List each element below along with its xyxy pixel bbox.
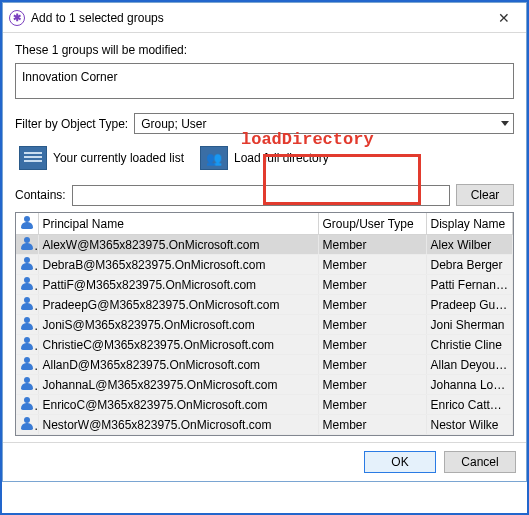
column-group-user-type[interactable]: Group/User Type bbox=[318, 213, 426, 235]
contains-input[interactable] bbox=[72, 185, 450, 206]
user-icon bbox=[20, 296, 34, 310]
type-cell: Member bbox=[318, 415, 426, 435]
principal-name-cell: AllanD@M365x823975.OnMicrosoft.com bbox=[38, 355, 318, 375]
principal-name-cell: IsaiahL@M365x823975.OnMicrosoft.com bbox=[38, 435, 318, 436]
type-cell: Member bbox=[318, 315, 426, 335]
table-row[interactable]: PradeepG@M365x823975.OnMicrosoft.comMemb… bbox=[16, 295, 513, 315]
table-row[interactable]: JoniS@M365x823975.OnMicrosoft.comMemberJ… bbox=[16, 315, 513, 335]
table-row[interactable]: JohannaL@M365x823975.OnMicrosoft.comMemb… bbox=[16, 375, 513, 395]
load-full-directory-button[interactable]: 👥 Load full directory bbox=[196, 144, 333, 172]
list-icon bbox=[19, 146, 47, 170]
dialog-footer: OK Cancel bbox=[3, 442, 526, 481]
display-name-cell: Christie Cline bbox=[426, 335, 513, 355]
principal-name-cell: JoniS@M365x823975.OnMicrosoft.com bbox=[38, 315, 318, 335]
row-icon-cell bbox=[16, 435, 38, 436]
table-row[interactable]: EnricoC@M365x823975.OnMicrosoft.comMembe… bbox=[16, 395, 513, 415]
titlebar: ✱ Add to 1 selected groups ✕ bbox=[3, 3, 526, 33]
display-name-cell: Enrico Cattaneo bbox=[426, 395, 513, 415]
principal-name-cell: NestorW@M365x823975.OnMicrosoft.com bbox=[38, 415, 318, 435]
user-icon bbox=[20, 316, 34, 330]
row-icon-cell bbox=[16, 235, 38, 255]
directory-icon: 👥 bbox=[200, 146, 228, 170]
user-icon bbox=[20, 256, 34, 270]
results-scroll[interactable]: Principal Name Group/User Type Display N… bbox=[16, 213, 513, 435]
modified-label: These 1 groups will be modified: bbox=[15, 43, 514, 57]
principal-name-cell: DebraB@M365x823975.OnMicrosoft.com bbox=[38, 255, 318, 275]
row-icon-cell bbox=[16, 315, 38, 335]
filter-object-type-dropdown[interactable]: Group; User bbox=[134, 113, 514, 134]
row-icon-cell bbox=[16, 355, 38, 375]
currently-loaded-label: Your currently loaded list bbox=[53, 151, 184, 165]
column-icon[interactable] bbox=[16, 213, 38, 235]
display-name-cell: Joni Sherman bbox=[426, 315, 513, 335]
row-icon-cell bbox=[16, 415, 38, 435]
user-icon bbox=[20, 336, 34, 350]
display-name-cell: Allan Deyoung bbox=[426, 355, 513, 375]
close-button[interactable]: ✕ bbox=[481, 3, 526, 32]
user-icon bbox=[20, 396, 34, 410]
display-name-cell: Isaiah Langer bbox=[426, 435, 513, 436]
principal-name-cell: JohannaL@M365x823975.OnMicrosoft.com bbox=[38, 375, 318, 395]
display-name-cell: Nestor Wilke bbox=[426, 415, 513, 435]
display-name-cell: Patti Fernandez bbox=[426, 275, 513, 295]
type-cell: Member bbox=[318, 395, 426, 415]
window-title: Add to 1 selected groups bbox=[31, 11, 481, 25]
type-cell: Member bbox=[318, 295, 426, 315]
ok-button[interactable]: OK bbox=[364, 451, 436, 473]
row-icon-cell bbox=[16, 335, 38, 355]
row-icon-cell bbox=[16, 295, 38, 315]
dialog-window: ✱ Add to 1 selected groups ✕ These 1 gro… bbox=[2, 2, 527, 482]
column-display-name[interactable]: Display Name bbox=[426, 213, 513, 235]
load-full-directory-label: Load full directory bbox=[234, 151, 329, 165]
type-cell: Member bbox=[318, 235, 426, 255]
app-icon: ✱ bbox=[9, 10, 25, 26]
type-cell: Member bbox=[318, 435, 426, 436]
principal-name-cell: PradeepG@M365x823975.OnMicrosoft.com bbox=[38, 295, 318, 315]
groups-list-item[interactable]: Innovation Corner bbox=[22, 70, 507, 84]
display-name-cell: Johanna Lorenz bbox=[426, 375, 513, 395]
row-icon-cell bbox=[16, 375, 38, 395]
table-row[interactable]: DebraB@M365x823975.OnMicrosoft.comMember… bbox=[16, 255, 513, 275]
principal-name-cell: PattiF@M365x823975.OnMicrosoft.com bbox=[38, 275, 318, 295]
contains-label: Contains: bbox=[15, 188, 66, 202]
principal-name-cell: EnricoC@M365x823975.OnMicrosoft.com bbox=[38, 395, 318, 415]
row-icon-cell bbox=[16, 255, 38, 275]
user-icon bbox=[20, 356, 34, 370]
filter-label: Filter by Object Type: bbox=[15, 117, 128, 131]
table-row[interactable]: NestorW@M365x823975.OnMicrosoft.comMembe… bbox=[16, 415, 513, 435]
table-row[interactable]: PattiF@M365x823975.OnMicrosoft.comMember… bbox=[16, 275, 513, 295]
row-icon-cell bbox=[16, 395, 38, 415]
cancel-button[interactable]: Cancel bbox=[444, 451, 516, 473]
type-cell: Member bbox=[318, 375, 426, 395]
table-row[interactable]: AllanD@M365x823975.OnMicrosoft.comMember… bbox=[16, 355, 513, 375]
type-cell: Member bbox=[318, 355, 426, 375]
display-name-cell: Debra Berger bbox=[426, 255, 513, 275]
display-name-cell: Pradeep Gupta bbox=[426, 295, 513, 315]
user-icon bbox=[20, 215, 34, 229]
table-row[interactable]: AlexW@M365x823975.OnMicrosoft.comMemberA… bbox=[16, 235, 513, 255]
type-cell: Member bbox=[318, 255, 426, 275]
user-icon bbox=[20, 416, 34, 430]
table-row[interactable]: ChristieC@M365x823975.OnMicrosoft.comMem… bbox=[16, 335, 513, 355]
results-table: Principal Name Group/User Type Display N… bbox=[15, 212, 514, 436]
column-principal-name[interactable]: Principal Name bbox=[38, 213, 318, 235]
type-cell: Member bbox=[318, 275, 426, 295]
user-icon bbox=[20, 376, 34, 390]
groups-listbox[interactable]: Innovation Corner bbox=[15, 63, 514, 99]
table-row[interactable]: IsaiahL@M365x823975.OnMicrosoft.comMembe… bbox=[16, 435, 513, 436]
user-icon bbox=[20, 276, 34, 290]
currently-loaded-list-button[interactable]: Your currently loaded list bbox=[15, 144, 188, 172]
clear-button[interactable]: Clear bbox=[456, 184, 514, 206]
display-name-cell: Alex Wilber bbox=[426, 235, 513, 255]
filter-value: Group; User bbox=[141, 117, 206, 131]
principal-name-cell: ChristieC@M365x823975.OnMicrosoft.com bbox=[38, 335, 318, 355]
type-cell: Member bbox=[318, 335, 426, 355]
principal-name-cell: AlexW@M365x823975.OnMicrosoft.com bbox=[38, 235, 318, 255]
user-icon bbox=[20, 236, 34, 250]
row-icon-cell bbox=[16, 275, 38, 295]
chevron-down-icon bbox=[501, 121, 509, 126]
